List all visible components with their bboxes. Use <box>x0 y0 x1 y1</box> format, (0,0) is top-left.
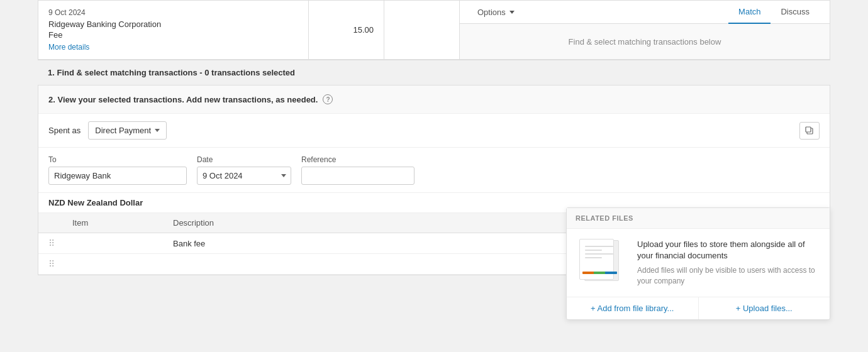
file-line-4 <box>585 257 602 258</box>
date-label: Date <box>197 155 291 164</box>
step1-label: 1. Find & select matching transactions -… <box>48 68 295 77</box>
table-header-item: Item <box>65 213 165 233</box>
form-fields-row: To Date Reference <box>38 148 830 193</box>
svg-rect-1 <box>806 127 811 132</box>
row2-description <box>165 254 622 275</box>
reference-input[interactable] <box>301 167 415 185</box>
drag-handle-icon[interactable]: ⠿ <box>46 238 57 248</box>
more-details-link[interactable]: More details <box>48 43 89 52</box>
file-line-2 <box>585 250 602 251</box>
related-files-header: RELATED FILES <box>567 208 830 229</box>
transaction-fee: Fee <box>48 30 298 40</box>
transaction-info: 9 Oct 2024 Ridgeway Banking Corporation … <box>38 1 309 59</box>
date-field-group: Date <box>197 155 291 185</box>
help-icon[interactable]: ? <box>323 94 333 104</box>
copy-icon <box>805 126 814 135</box>
reference-label: Reference <box>301 155 415 164</box>
step1-section: 1. Find & select matching transactions -… <box>38 60 830 85</box>
transaction-empty-cell <box>384 1 460 59</box>
related-files-footer: + Add from file library... + Upload file… <box>567 297 830 319</box>
spent-as-row: Spent as Direct Payment <box>38 114 830 148</box>
related-files-title: Upload your files to store them alongsid… <box>637 239 820 261</box>
related-files-body: Upload your files to store them alongsid… <box>567 229 830 297</box>
step1-header: 1. Find & select matching transactions -… <box>38 60 830 85</box>
transaction-name: Ridgeway Banking Corporation <box>48 19 298 29</box>
step2-header: 2. View your selected transactions. Add … <box>38 85 830 114</box>
transaction-amount: 15.00 <box>309 1 384 59</box>
to-field-group: To <box>48 155 187 185</box>
drag-handle-cell: ⠿ <box>38 233 65 254</box>
row1-item <box>65 233 165 254</box>
tabs-area: Options Match Discuss Find & select matc… <box>460 1 830 59</box>
step2-label: 2. View your selected transactions. Add … <box>48 95 318 104</box>
copy-button[interactable] <box>799 122 820 140</box>
add-from-library-button[interactable]: + Add from file library... <box>567 297 699 319</box>
drag-handle-cell-2: ⠿ <box>38 254 65 275</box>
tab-match[interactable]: Match <box>728 1 771 24</box>
tabs-header: Options Match Discuss <box>460 1 830 24</box>
spent-as-label: Spent as <box>48 126 81 135</box>
to-input[interactable] <box>48 167 187 185</box>
file-line-3 <box>585 253 613 255</box>
table-header-drag <box>38 213 65 233</box>
related-files-subtitle: Added files will only be visible to user… <box>637 265 820 287</box>
drag-handle-icon-2[interactable]: ⠿ <box>46 259 57 269</box>
related-files-panel: RELATED FILES Upload your files to store… <box>566 207 830 320</box>
date-input-wrapper <box>197 167 291 185</box>
direct-payment-button[interactable]: Direct Payment <box>88 121 167 140</box>
file-line-1 <box>585 246 613 247</box>
direct-payment-caret-icon <box>155 129 160 132</box>
options-button[interactable]: Options <box>470 1 522 23</box>
date-input[interactable] <box>197 167 291 185</box>
upload-files-button[interactable]: + Upload files... <box>699 297 830 319</box>
payment-type-label: Direct Payment <box>95 126 151 135</box>
reference-field-group: Reference <box>301 155 415 185</box>
row1-description: Bank fee <box>165 233 622 254</box>
tab-discuss[interactable]: Discuss <box>771 1 820 24</box>
table-header-description: Description <box>165 213 622 233</box>
file-doc-lines <box>585 246 613 261</box>
options-caret-icon <box>509 11 515 14</box>
options-label: Options <box>477 8 506 17</box>
related-files-text: Upload your files to store them alongsid… <box>637 239 820 287</box>
file-doc-accent <box>582 272 617 274</box>
file-illustration <box>577 239 627 283</box>
to-label: To <box>48 155 187 164</box>
match-placeholder: Find & select matching transactions belo… <box>460 24 830 59</box>
file-doc-front <box>579 239 614 280</box>
transaction-date: 9 Oct 2024 <box>48 8 298 17</box>
row2-item <box>65 254 165 275</box>
